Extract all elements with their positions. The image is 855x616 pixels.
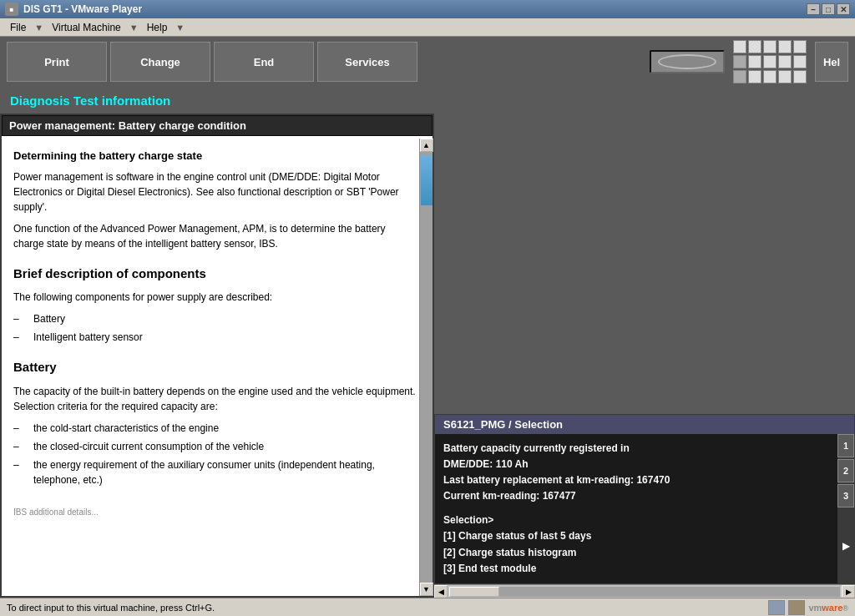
vmware-logo: vmware®	[808, 603, 848, 613]
list2-dash-2: –	[13, 439, 27, 454]
progress-oval	[658, 54, 716, 69]
scroll-up-arrow[interactable]: ▲	[420, 139, 433, 152]
grid-cell-10	[793, 55, 807, 68]
h-scroll-track	[449, 587, 840, 597]
selection-text-area: Battery capacity currently registered in…	[435, 434, 837, 584]
restore-button[interactable]: □	[822, 3, 835, 15]
status-text: To direct input to this virtual machine,…	[7, 603, 768, 613]
title-bar: ■ DIS GT1 - VMware Player – □ ✕	[0, 0, 855, 18]
side-btn-1[interactable]: 1	[837, 434, 854, 457]
title-bar-text: DIS GT1 - VMware Player	[23, 3, 807, 15]
right-panel-bottom: S6121_PMG / Selection Battery capacity c…	[434, 414, 855, 585]
scroll-down-arrow[interactable]: ▼	[420, 583, 433, 596]
app-icon: ■	[5, 3, 18, 16]
left-panel-title: Power management: Battery charge conditi…	[2, 115, 433, 136]
selection-line8: [2] Charge status histogram	[443, 545, 829, 561]
section2-heading: Brief description of components	[13, 265, 416, 284]
title-bar-controls: – □ ✕	[807, 3, 850, 15]
breadcrumb: Diagnosis Test information	[0, 87, 855, 114]
selection-line4: Current km-reading: 167477	[443, 488, 829, 504]
menu-arrow-1: ▼	[33, 23, 45, 33]
menu-arrow-3: ▼	[174, 23, 186, 33]
selection-line5	[443, 504, 829, 512]
side-btn-3[interactable]: 3	[837, 484, 854, 507]
grid-cell-5	[793, 40, 807, 53]
services-button[interactable]: Services	[317, 42, 417, 82]
selection-line1: Battery capacity currently registered in	[443, 441, 829, 457]
left-panel-content[interactable]: Determining the battery charge state Pow…	[2, 136, 433, 596]
list-text-1: Battery	[33, 311, 65, 326]
help-button[interactable]: Hel	[815, 42, 848, 82]
grid-cell-1	[733, 40, 746, 53]
h-scroll-right-arrow[interactable]: ▶	[842, 585, 855, 598]
list-item-2: – Intelligent battery sensor	[13, 330, 416, 345]
list-item2-1: – the cold-start characteristics of the …	[13, 421, 416, 436]
minimize-button[interactable]: –	[807, 3, 820, 15]
grid-cell-15	[793, 70, 807, 83]
para1: Power management is software in the engi…	[13, 169, 416, 215]
close-button[interactable]: ✕	[837, 3, 850, 15]
list-item-1: – Battery	[13, 311, 416, 326]
grid-cell-14	[778, 70, 792, 83]
grid-icons	[733, 40, 807, 83]
scroll-track	[420, 152, 433, 583]
menu-file[interactable]: File	[3, 20, 33, 35]
section1-heading: Determining the battery charge state	[13, 148, 416, 164]
para2: One function of the Advanced Power Manag…	[13, 221, 416, 251]
h-scroll-left-arrow[interactable]: ◀	[434, 585, 448, 598]
grid-cell-4	[778, 40, 792, 53]
menu-help[interactable]: Help	[140, 20, 175, 35]
breadcrumb-text: Diagnosis Test information	[10, 93, 170, 108]
list2-text-3: the energy requirement of the auxiliary …	[33, 457, 416, 487]
grid-cell-13	[763, 70, 777, 83]
progress-bar-container	[650, 50, 725, 73]
para4: The capacity of the built-in battery dep…	[13, 384, 416, 414]
device-icon	[788, 600, 805, 615]
list2-text-1: the cold-start characteristics of the en…	[33, 421, 219, 436]
section3-heading: Battery	[13, 358, 416, 377]
h-scroll-thumb[interactable]	[449, 587, 499, 597]
status-bar: To direct input to this virtual machine,…	[0, 598, 855, 616]
grid-cell-11	[733, 70, 746, 83]
selection-wrapper: Battery capacity currently registered in…	[435, 434, 854, 584]
more-text-placeholder: IBS additional details...	[13, 506, 416, 518]
main-content: Power management: Battery charge conditi…	[0, 114, 855, 598]
grid-cell-9	[778, 55, 792, 68]
end-button[interactable]: End	[214, 42, 314, 82]
list2-dash-1: –	[13, 421, 27, 436]
list2-dash-3: –	[13, 457, 27, 487]
right-panel: S6121_PMG / Selection Battery capacity c…	[434, 114, 855, 598]
grid-cell-7	[748, 55, 761, 68]
change-button[interactable]: Change	[110, 42, 210, 82]
grid-cell-2	[748, 40, 761, 53]
selection-line2: DME/DDE: 110 Ah	[443, 457, 829, 472]
list-dash-2: –	[13, 330, 27, 345]
selection-line3: Last battery replacement at km-reading: …	[443, 472, 829, 488]
grid-cell-12	[748, 70, 761, 83]
scroll-thumb[interactable]	[421, 155, 433, 205]
list-item2-2: – the closed-circuit current consumption…	[13, 439, 416, 454]
list-item2-3: – the energy requirement of the auxiliar…	[13, 457, 416, 487]
left-panel-scrollbar: ▲ ▼	[419, 139, 433, 596]
para3: The following components for power suppl…	[13, 290, 416, 305]
grid-cell-6	[733, 55, 746, 68]
cursor-icon: ▶	[842, 540, 850, 552]
selection-content: Battery capacity currently registered in…	[435, 434, 837, 584]
selection-line9: [3] End test module	[443, 561, 829, 577]
progress-area	[650, 50, 725, 73]
selection-line7: [1] Charge status of last 5 days	[443, 528, 829, 544]
menu-bar: File ▼ Virtual Machine ▼ Help ▼	[0, 18, 855, 37]
network-icon	[768, 600, 785, 615]
list-text-2: Intelligent battery sensor	[33, 330, 143, 345]
print-button[interactable]: Print	[7, 42, 107, 82]
side-btn-2[interactable]: 2	[837, 459, 854, 482]
menu-virtual-machine[interactable]: Virtual Machine	[45, 20, 128, 35]
list-dash-1: –	[13, 311, 27, 326]
status-icons: vmware®	[768, 600, 848, 615]
selection-title: S6121_PMG / Selection	[435, 415, 854, 434]
toolbar: Print Change End Services Hel	[0, 37, 855, 87]
grid-cell-3	[763, 40, 777, 53]
cursor-indicator: ▶	[837, 509, 854, 584]
selection-side-buttons: 1 2 3 ▶	[837, 434, 854, 584]
menu-arrow-2: ▼	[128, 23, 140, 33]
